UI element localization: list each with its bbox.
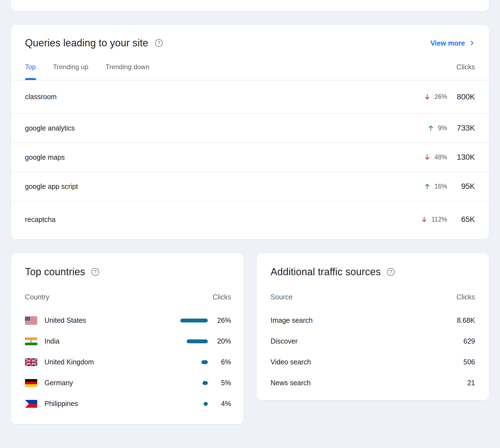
query-row: google maps 48% 130K: [11, 143, 489, 172]
united-kingdom-flag-icon: [25, 358, 37, 366]
source-row: Discover 629: [257, 331, 489, 352]
india-flag-icon: [25, 337, 37, 345]
query-row: google analytics 9% 733K: [11, 114, 489, 143]
clicks-column-header: Clicks: [456, 293, 475, 301]
query-label: google analytics: [25, 124, 75, 132]
top-countries-card: Top countries ? Country Clicks United St…: [11, 253, 244, 424]
tab-trending-down[interactable]: Trending down: [106, 54, 149, 80]
clicks-bar-track: [174, 402, 208, 406]
country-name: United States: [44, 316, 174, 324]
clicks-value: 800K: [447, 92, 475, 101]
chevron-right-icon: [469, 40, 475, 46]
clicks-bar-track: [174, 360, 208, 364]
view-more-link[interactable]: View more: [430, 39, 475, 47]
query-label: google maps: [25, 153, 65, 161]
query-row: classroom 26% 800K: [11, 80, 489, 114]
help-icon[interactable]: ?: [155, 39, 163, 47]
clicks-bar: [201, 360, 208, 364]
clicks-value: 65K: [447, 215, 475, 224]
source-name: Image search: [271, 316, 312, 324]
tab-trending-up[interactable]: Trending up: [53, 54, 88, 80]
trend-indicator: 16%: [424, 183, 447, 190]
clicks-bar: [180, 319, 208, 322]
trend-percent: 16%: [434, 183, 447, 190]
source-column-header: Source: [271, 293, 292, 301]
trend-percent: 9%: [438, 124, 447, 132]
country-row: United Kingdom 6%: [11, 352, 244, 372]
countries-column-headers: Country Clicks: [11, 287, 244, 307]
arrow-down-icon: [424, 154, 431, 161]
source-row: News search 21: [257, 372, 489, 393]
trend-indicator: 9%: [427, 124, 447, 132]
clicks-value: 21: [467, 379, 475, 387]
query-label: classroom: [25, 93, 57, 101]
germany-flag-icon: [25, 379, 37, 387]
source-row: Image search 8.68K: [257, 310, 489, 331]
clicks-value: 130K: [447, 153, 475, 162]
trend-indicator: 112%: [421, 216, 447, 223]
clicks-value: 8.68K: [457, 316, 475, 324]
country-name: United Kingdom: [44, 358, 174, 366]
clicks-bar-track: [174, 339, 208, 343]
queries-card: Queries leading to your site ? View more…: [11, 25, 489, 239]
query-label: recaptcha: [25, 216, 56, 224]
clicks-bar: [204, 402, 208, 406]
united-states-flag-icon: [25, 317, 37, 324]
country-row: Germany 5%: [11, 372, 244, 393]
countries-table: United States 26% India 20% United Kingd…: [11, 310, 244, 414]
clicks-bar-track: [174, 381, 208, 385]
country-row: Philippines 4%: [11, 393, 244, 414]
philippines-flag-icon: [25, 400, 37, 408]
arrow-down-icon: [424, 93, 431, 101]
view-more-label: View more: [430, 39, 465, 47]
arrow-down-icon: [421, 216, 428, 223]
clicks-percent: 26%: [213, 316, 231, 324]
query-row: recaptcha 112% 65K: [11, 201, 489, 238]
clicks-percent: 6%: [213, 358, 231, 366]
source-name: Video search: [271, 358, 311, 366]
clicks-value: 733K: [447, 124, 475, 132]
trend-indicator: 26%: [424, 93, 447, 101]
clicks-bar-track: [174, 319, 208, 322]
clicks-bar: [187, 339, 208, 343]
queries-table: classroom 26% 800K google analytics 9% 7…: [11, 80, 489, 238]
clicks-value: 95K: [447, 182, 475, 191]
queries-card-title: Queries leading to your site: [25, 37, 148, 49]
arrow-up-icon: [427, 124, 434, 132]
clicks-value: 629: [463, 337, 475, 345]
clicks-column-header: Clicks: [212, 293, 231, 301]
clicks-column-header: Clicks: [456, 63, 475, 71]
queries-tabs: Top Trending up Trending down Clicks: [11, 49, 489, 80]
help-icon[interactable]: ?: [387, 268, 395, 276]
additional-traffic-sources-title: Additional traffic sources: [271, 266, 381, 278]
trend-indicator: 48%: [424, 154, 447, 161]
clicks-percent: 5%: [213, 379, 231, 387]
trend-percent: 112%: [431, 216, 447, 223]
help-icon[interactable]: ?: [91, 268, 99, 276]
source-row: Video search 506: [257, 352, 489, 372]
country-row: India 20%: [11, 331, 244, 352]
country-row: United States 26%: [11, 310, 244, 331]
tab-top[interactable]: Top: [25, 54, 36, 80]
trend-percent: 26%: [434, 93, 447, 101]
country-name: Philippines: [44, 400, 174, 408]
source-name: News search: [271, 379, 311, 387]
additional-traffic-sources-card: Additional traffic sources ? Source Clic…: [257, 253, 489, 400]
clicks-percent: 20%: [213, 337, 231, 345]
trend-percent: 48%: [434, 154, 447, 161]
arrow-up-icon: [424, 183, 431, 190]
clicks-percent: 4%: [213, 400, 231, 408]
source-name: Discover: [271, 337, 298, 345]
active-tab-underline: [25, 78, 36, 80]
queries-card-header: Queries leading to your site ? View more: [11, 25, 489, 49]
top-countries-title: Top countries: [25, 266, 85, 278]
country-name: India: [44, 337, 174, 345]
country-name: Germany: [44, 379, 174, 387]
country-column-header: Country: [25, 293, 49, 301]
clicks-value: 506: [463, 358, 475, 366]
sources-column-headers: Source Clicks: [257, 287, 489, 307]
tab-top-label: Top: [25, 63, 36, 71]
previous-card-partial: [11, 0, 489, 11]
query-label: google app script: [25, 182, 78, 191]
clicks-bar: [202, 381, 208, 385]
